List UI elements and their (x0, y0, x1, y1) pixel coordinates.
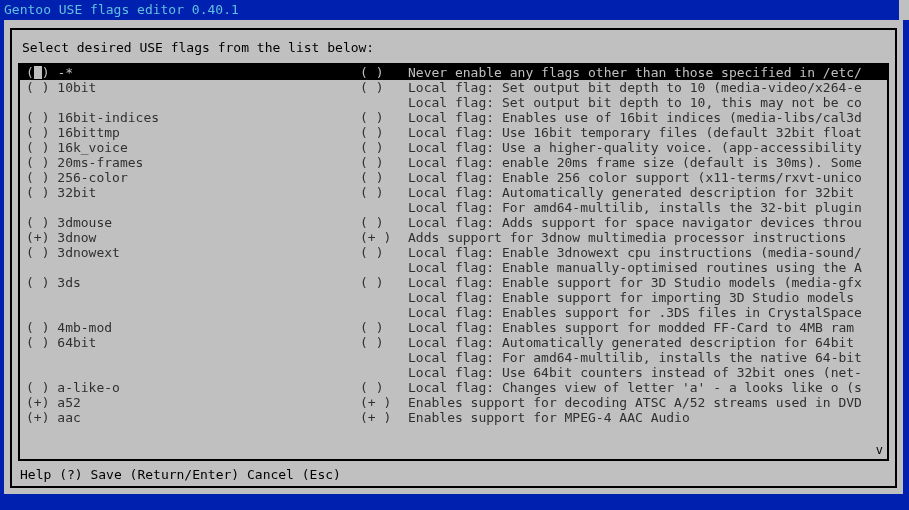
flag-desc: Local flag: Adds support for space navig… (408, 215, 862, 230)
flag-row[interactable]: ( ) 16bittmp( )Local flag: Use 16bit tem… (20, 125, 887, 140)
flag-mid: ( ) (360, 275, 408, 290)
flag-mid: ( ) (360, 320, 408, 335)
flag-mid: ( ) (360, 335, 408, 350)
flag-left: ( ) 3dmouse (20, 215, 360, 230)
flag-left: (+) 3dnow (20, 230, 360, 245)
flag-row[interactable]: ( ) a-like-o( )Local flag: Changes view … (20, 380, 887, 395)
dialog-outer: Select desired USE flags from the list b… (4, 20, 903, 494)
flag-row[interactable]: Local flag: Enable support for importing… (20, 290, 887, 305)
flag-row[interactable]: Local flag: For amd64-multilib, installs… (20, 200, 887, 215)
flag-left: ( ) 4mb-mod (20, 320, 360, 335)
flag-left: ( ) 3ds (20, 275, 360, 290)
flag-desc: Enables support for MPEG-4 AAC Audio (408, 410, 690, 425)
flag-mid: ( ) (360, 80, 408, 95)
flag-desc: Local flag: Automatically generated desc… (408, 185, 854, 200)
flag-mid: ( ) (360, 155, 408, 170)
flag-desc: Adds support for 3dnow multimedia proces… (408, 230, 846, 245)
flag-left: (+) aac (20, 410, 360, 425)
flag-mid: ( ) (360, 170, 408, 185)
flag-row[interactable]: Local flag: Enable manually-optimised ro… (20, 260, 887, 275)
flag-row[interactable]: (+) 3dnow(+ )Adds support for 3dnow mult… (20, 230, 887, 245)
flag-left: ( ) 16bittmp (20, 125, 360, 140)
window-title: Gentoo USE flags editor 0.40.1 (0, 0, 909, 20)
flag-mid: ( ) (360, 125, 408, 140)
flag-desc: Local flag: Set output bit depth to 10, … (408, 95, 862, 110)
flag-desc: Local flag: Enable support for 3D Studio… (408, 275, 862, 290)
flag-mid: ( ) (360, 185, 408, 200)
flag-row[interactable]: ( ) 3dmouse( )Local flag: Adds support f… (20, 215, 887, 230)
help-bar: Help (?) Save (Return/Enter) Cancel (Esc… (20, 467, 887, 482)
flag-desc: Local flag: Enables support for modded F… (408, 320, 854, 335)
bottom-strip (0, 494, 909, 510)
flag-desc: Local flag: Enable 256 color support (x1… (408, 170, 862, 185)
flag-row[interactable]: ( ) 3dnowext( )Local flag: Enable 3dnowe… (20, 245, 887, 260)
flag-mid: (+ ) (360, 410, 408, 425)
flag-desc: Local flag: Use 64bit counters instead o… (408, 365, 862, 380)
flag-desc: Local flag: Enables support for .3DS fil… (408, 305, 862, 320)
flag-desc: Local flag: Enable 3dnowext cpu instruct… (408, 245, 862, 260)
flag-row[interactable]: ( ) 32bit( )Local flag: Automatically ge… (20, 185, 887, 200)
flag-left: ( ) 256-color (20, 170, 360, 185)
flag-desc: Local flag: For amd64-multilib, installs… (408, 200, 862, 215)
flag-desc: Enables support for decoding ATSC A/52 s… (408, 395, 862, 410)
flag-left: ( ) 20ms-frames (20, 155, 360, 170)
flag-row[interactable]: () -*( )Never enable any flags other tha… (20, 65, 887, 80)
flag-left: ( ) 16bit-indices (20, 110, 360, 125)
flags-list-inner: () -*( )Never enable any flags other tha… (20, 65, 887, 459)
flag-row[interactable]: Local flag: Enables support for .3DS fil… (20, 305, 887, 320)
flag-row[interactable]: (+) aac(+ )Enables support for MPEG-4 AA… (20, 410, 887, 425)
flag-mid: ( ) (360, 380, 408, 395)
title-text: Gentoo USE flags editor 0.40.1 (4, 2, 239, 17)
flag-desc: Never enable any flags other than those … (408, 65, 862, 80)
flag-row[interactable]: Local flag: Use 64bit counters instead o… (20, 365, 887, 380)
flag-mid: ( ) (360, 110, 408, 125)
flag-mid: ( ) (360, 140, 408, 155)
flag-desc: Local flag: Set output bit depth to 10 (… (408, 80, 862, 95)
flag-row[interactable]: ( ) 64bit( )Local flag: Automatically ge… (20, 335, 887, 350)
flag-row[interactable]: (+) a52(+ )Enables support for decoding … (20, 395, 887, 410)
flag-left: ( ) 3dnowext (20, 245, 360, 260)
scroll-down-indicator: v (876, 443, 883, 458)
flag-row[interactable]: ( ) 16bit-indices( )Local flag: Enables … (20, 110, 887, 125)
flag-row[interactable]: Local flag: Set output bit depth to 10, … (20, 95, 887, 110)
title-right-edge (899, 0, 909, 20)
flag-mid: (+ ) (360, 395, 408, 410)
flag-left: ( ) a-like-o (20, 380, 360, 395)
flag-desc: Local flag: Use 16bit temporary files (d… (408, 125, 862, 140)
flag-row[interactable]: ( ) 256-color( )Local flag: Enable 256 c… (20, 170, 887, 185)
cursor (34, 66, 42, 79)
flag-row[interactable]: Local flag: For amd64-multilib, installs… (20, 350, 887, 365)
flag-row[interactable]: ( ) 4mb-mod( )Local flag: Enables suppor… (20, 320, 887, 335)
flag-mid: ( ) (360, 245, 408, 260)
dialog: Select desired USE flags from the list b… (10, 28, 897, 488)
flag-desc: Local flag: Enable support for importing… (408, 290, 854, 305)
flag-row[interactable]: ( ) 3ds( )Local flag: Enable support for… (20, 275, 887, 290)
flag-row[interactable]: ( ) 20ms-frames( )Local flag: enable 20m… (20, 155, 887, 170)
flag-desc: Local flag: Automatically generated desc… (408, 335, 854, 350)
flag-left: ( ) 10bit (20, 80, 360, 95)
flag-row[interactable]: ( ) 10bit( )Local flag: Set output bit d… (20, 80, 887, 95)
flag-desc: Local flag: Enable manually-optimised ro… (408, 260, 862, 275)
flag-row[interactable]: ( ) 16k_voice( )Local flag: Use a higher… (20, 140, 887, 155)
flags-listbox[interactable]: # () -*( )Never enable any flags other t… (18, 63, 889, 461)
flag-mid: (+ ) (360, 230, 408, 245)
flag-mid: ( ) (360, 215, 408, 230)
prompt-text: Select desired USE flags from the list b… (22, 40, 885, 55)
flag-left: () -* (20, 65, 360, 80)
flag-desc: Local flag: Use a higher-quality voice. … (408, 140, 862, 155)
flag-left: ( ) 32bit (20, 185, 360, 200)
flag-desc: Local flag: Enables use of 16bit indices… (408, 110, 862, 125)
flag-desc: Local flag: Changes view of letter 'a' -… (408, 380, 862, 395)
flag-left: (+) a52 (20, 395, 360, 410)
flag-left: ( ) 16k_voice (20, 140, 360, 155)
flag-left: ( ) 64bit (20, 335, 360, 350)
flag-desc: Local flag: For amd64-multilib, installs… (408, 350, 862, 365)
flag-mid: ( ) (360, 65, 408, 80)
flag-desc: Local flag: enable 20ms frame size (defa… (408, 155, 862, 170)
